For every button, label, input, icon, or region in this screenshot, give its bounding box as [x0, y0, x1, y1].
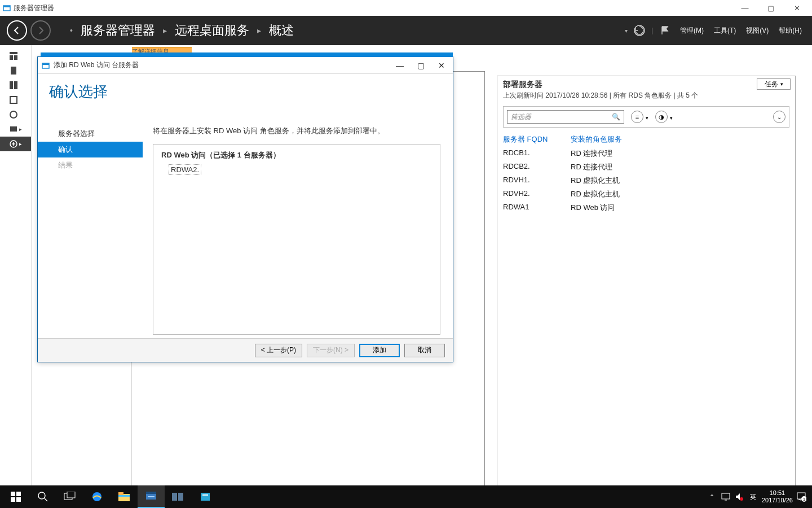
wizard-step-confirm[interactable]: 确认 [38, 142, 143, 157]
table-row[interactable]: RDCB1.RD 连接代理 [503, 147, 789, 160]
previous-button[interactable]: < 上一步(P) [255, 344, 302, 357]
volume-icon[interactable] [734, 492, 744, 502]
svg-rect-8 [14, 81, 17, 89]
start-button[interactable] [2, 485, 29, 508]
rail-rds-icon[interactable]: ▸ [0, 122, 31, 137]
network-icon[interactable] [721, 492, 731, 502]
rail-local-server-icon[interactable] [0, 63, 31, 78]
svg-rect-34 [722, 493, 730, 499]
cell-fqdn: RDVH1. [503, 176, 571, 186]
ime-indicator[interactable]: 英 [748, 493, 758, 501]
svg-rect-31 [178, 493, 183, 501]
server-manager-icon[interactable] [138, 485, 165, 508]
app-icon-2[interactable] [192, 485, 219, 508]
clock-date: 2017/10/26 [762, 497, 793, 504]
breadcrumb-page[interactable]: 概述 [269, 22, 294, 39]
app-icon-1[interactable] [165, 485, 192, 508]
svg-rect-25 [118, 492, 123, 495]
svg-rect-4 [10, 55, 13, 60]
ie-icon[interactable] [83, 485, 111, 508]
dialog-footer: < 上一步(P) 下一步(N) > 添加 取消 [38, 338, 453, 362]
filter-input[interactable]: 筛选器 🔍 [507, 110, 624, 124]
table-row[interactable]: RDVH1.RD 虚拟化主机 [503, 174, 789, 187]
cell-fqdn: RDVH2. [503, 189, 571, 199]
next-button: 下一步(N) > [307, 344, 355, 357]
window-title: 服务器管理器 [14, 3, 54, 13]
clock[interactable]: 10:51 2017/10/26 [762, 489, 793, 504]
col-role[interactable]: 安装的角色服务 [571, 134, 622, 144]
caret-icon[interactable] [669, 112, 673, 122]
rail-all-servers-icon[interactable] [0, 78, 31, 93]
svg-rect-30 [172, 493, 177, 501]
wizard-step-server-select[interactable]: 服务器选择 [38, 126, 143, 142]
tray-up-icon[interactable]: ⌃ [707, 492, 717, 502]
breadcrumb-root[interactable]: 服务器管理器 [81, 22, 155, 39]
breadcrumb-section[interactable]: 远程桌面服务 [175, 22, 249, 39]
list-view-icon[interactable]: ≡ [631, 111, 643, 123]
filter-toolbar: 筛选器 🔍 ≡ ◑ ⌄ [503, 106, 789, 128]
wizard-step-result: 结果 [38, 157, 143, 173]
menu-manage[interactable]: 管理(M) [677, 24, 707, 38]
dialog-minimize-button[interactable]: — [396, 61, 404, 70]
minimize-button[interactable]: — [732, 0, 758, 16]
panel-title: 部署服务器 [503, 80, 789, 90]
window-titlebar: 服务器管理器 — ▢ ✕ [0, 0, 812, 16]
breadcrumb: • 服务器管理器 ▸ 远程桌面服务 ▸ 概述 [70, 22, 294, 39]
dialog-maximize-button[interactable]: ▢ [417, 61, 425, 70]
rail-dashboard-icon[interactable] [0, 49, 31, 63]
cell-fqdn: RDWA1 [503, 203, 571, 213]
wizard-nav: 服务器选择 确认 结果 [38, 74, 143, 338]
menu-help[interactable]: 帮助(H) [775, 24, 805, 38]
cancel-button[interactable]: 取消 [404, 344, 445, 357]
dialog-icon [41, 61, 50, 70]
search-button[interactable] [29, 485, 56, 508]
tasks-dropdown[interactable]: 任务 [757, 78, 791, 90]
task-view-button[interactable] [56, 485, 83, 508]
cell-role: RD 连接代理 [571, 162, 612, 172]
notifications-icon[interactable]: 1 [796, 492, 806, 502]
svg-rect-1 [3, 6, 10, 7]
table-row[interactable]: RDWA1RD Web 访问 [503, 201, 789, 214]
dialog-accent [41, 52, 453, 57]
forward-button[interactable] [30, 20, 51, 41]
svg-rect-16 [16, 492, 21, 496]
svg-rect-29 [148, 496, 155, 497]
selection-listbox: RD Web 访问（已选择 1 台服务器） RDWA2. [153, 144, 440, 335]
col-fqdn[interactable]: 服务器 FQDN [503, 134, 571, 144]
explorer-icon[interactable] [111, 485, 138, 508]
left-nav-rail: ▸ ▸ [0, 45, 32, 485]
clock-time: 10:51 [762, 489, 793, 497]
menu-tools[interactable]: 工具(T) [710, 24, 739, 38]
search-icon[interactable]: 🔍 [612, 113, 620, 121]
svg-rect-15 [11, 492, 15, 496]
svg-rect-7 [10, 81, 13, 89]
add-button[interactable]: 添加 [359, 344, 400, 357]
svg-point-36 [740, 497, 743, 501]
svg-rect-9 [10, 97, 17, 103]
rail-iis-icon[interactable] [0, 107, 31, 122]
refresh-icon[interactable] [631, 22, 648, 39]
table-row[interactable]: RDVH2.RD 虚拟化主机 [503, 187, 789, 201]
maximize-button[interactable]: ▢ [758, 0, 784, 16]
svg-rect-17 [11, 497, 15, 502]
dialog-close-button[interactable]: ✕ [438, 61, 445, 70]
svg-rect-18 [16, 497, 21, 502]
rail-selected-icon[interactable]: ▸ [0, 137, 31, 151]
close-button[interactable]: ✕ [784, 0, 810, 16]
flag-icon[interactable] [656, 22, 673, 39]
svg-rect-5 [14, 55, 17, 60]
cell-role: RD 虚拟化主机 [571, 176, 620, 186]
rail-file-services-icon[interactable] [0, 93, 31, 107]
expand-icon[interactable]: ⌄ [773, 111, 785, 123]
tag-view-icon[interactable]: ◑ [655, 111, 668, 123]
back-button[interactable] [7, 20, 27, 41]
selection-heading: RD Web 访问（已选择 1 台服务器） [161, 150, 432, 160]
cell-role: RD 虚拟化主机 [571, 189, 620, 199]
svg-rect-22 [67, 492, 75, 498]
table-row[interactable]: RDCB2.RD 连接代理 [503, 160, 789, 174]
caret-icon[interactable] [645, 112, 648, 122]
taskbar: ⌃ 英 10:51 2017/10/26 1 [0, 485, 812, 508]
selected-server-item[interactable]: RDWA2. [169, 165, 201, 174]
dialog-titlebar: 添加 RD Web 访问 台服务器 — ▢ ✕ [38, 57, 453, 74]
menu-view[interactable]: 视图(V) [743, 24, 772, 38]
